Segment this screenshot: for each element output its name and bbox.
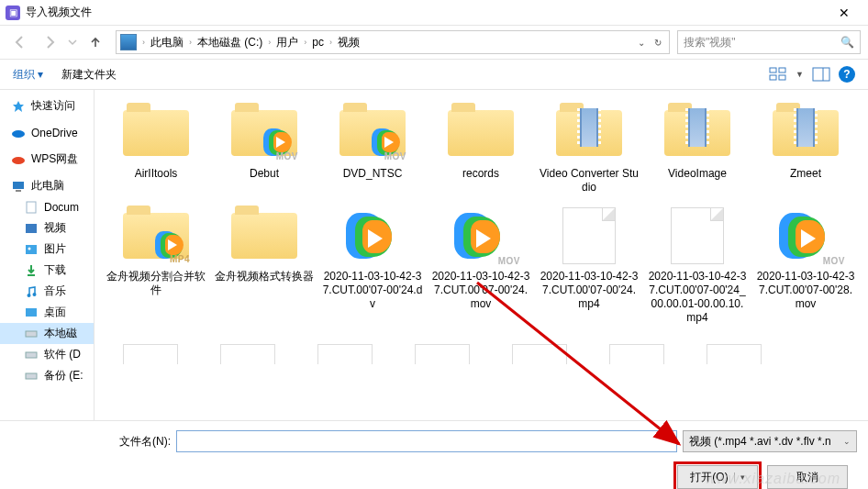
forward-button[interactable] xyxy=(37,29,62,55)
close-button[interactable]: ✕ xyxy=(826,0,862,26)
search-placeholder: 搜索"视频" xyxy=(684,35,736,50)
sidebar-item-downloads[interactable]: 下载 xyxy=(0,260,94,281)
folder-item[interactable]: MOV Debut xyxy=(212,99,317,200)
sidebar-label: 快速访问 xyxy=(31,98,75,114)
file-item-partial[interactable] xyxy=(395,332,489,382)
desktop-icon xyxy=(24,306,39,320)
file-item-partial[interactable] xyxy=(201,332,295,382)
filename-input[interactable] xyxy=(176,430,677,452)
file-item-partial[interactable] xyxy=(590,332,684,382)
pc-icon xyxy=(120,34,137,50)
sidebar-label: 下载 xyxy=(44,262,66,278)
item-label: AirIItools xyxy=(135,167,178,181)
svg-rect-2 xyxy=(770,75,776,80)
recent-dropdown[interactable] xyxy=(66,29,79,55)
folder-item[interactable]: VideoImage xyxy=(645,99,750,200)
svg-point-17 xyxy=(33,293,37,296)
crumb-users[interactable]: 用户 xyxy=(273,33,302,52)
file-grid[interactable]: AirIItools MOV Debut MOV DVD_NTSC record… xyxy=(95,90,868,420)
sidebar-item-soft-d[interactable]: 软件 (D xyxy=(0,344,94,365)
search-input[interactable]: 搜索"视频" 🔍 xyxy=(677,30,861,54)
organize-menu[interactable]: 组织 ▾ xyxy=(13,67,43,83)
view-tiles-icon[interactable] xyxy=(768,65,788,83)
svg-rect-20 xyxy=(26,352,37,358)
sidebar-label: 此电脑 xyxy=(31,178,64,194)
folder-item[interactable]: MOV DVD_NTSC xyxy=(320,99,425,200)
sidebar-item-thispc[interactable]: 此电脑 xyxy=(0,175,94,196)
item-label: 2020-11-03-10-42-37.CUT.00'07-00'24_00.0… xyxy=(647,270,748,325)
sidebar-label: WPS网盘 xyxy=(31,151,78,167)
drive-icon xyxy=(24,348,39,362)
folder-item[interactable]: 金舟视频格式转换器 xyxy=(212,202,317,330)
sidebar-label: 桌面 xyxy=(44,305,66,320)
svg-rect-21 xyxy=(26,373,37,379)
file-item-partial[interactable] xyxy=(104,332,197,382)
doc-icon xyxy=(24,200,39,215)
svg-rect-0 xyxy=(770,68,776,72)
item-label: Zmeet xyxy=(790,167,821,181)
folder-item[interactable]: Zmeet xyxy=(753,99,858,200)
sidebar-item-desktop[interactable]: 桌面 xyxy=(0,302,94,323)
crumb-videos[interactable]: 视频 xyxy=(334,33,363,52)
chevron-down-icon: ⌄ xyxy=(843,437,851,446)
up-button[interactable] xyxy=(83,29,108,55)
preview-pane-icon[interactable] xyxy=(811,65,831,83)
music-icon xyxy=(24,284,39,299)
folder-item[interactable]: records xyxy=(428,99,533,200)
back-button[interactable] xyxy=(7,29,33,55)
sidebar-label: OneDrive xyxy=(31,127,78,139)
item-label: records xyxy=(462,167,499,181)
folder-item[interactable]: Video Converter Studio xyxy=(537,99,641,200)
mov-badge: MOV xyxy=(823,256,845,266)
svg-point-14 xyxy=(28,247,31,250)
file-item[interactable]: MOV 2020-11-03-10-42-37.CUT.00'07-00'24.… xyxy=(428,202,533,330)
svg-rect-13 xyxy=(26,245,37,254)
folder-item[interactable]: AirIItools xyxy=(104,99,208,200)
sidebar-item-backup-e[interactable]: 备份 (E: xyxy=(0,365,94,386)
item-label: 2020-11-03-10-42-37.CUT.00'07-00'24.dv xyxy=(322,270,423,311)
pc-icon xyxy=(11,179,26,194)
sidebar-item-videos[interactable]: 视频 xyxy=(0,217,94,239)
search-icon: 🔍 xyxy=(840,36,854,49)
file-item[interactable]: MOV 2020-11-03-10-42-37.CUT.00'07-00'28.… xyxy=(753,202,858,330)
chevron-right-icon: › xyxy=(187,38,194,47)
sidebar-item-documents[interactable]: Docum xyxy=(0,196,94,217)
sidebar-label: 本地磁 xyxy=(44,326,77,341)
sidebar-label: 音乐 xyxy=(44,283,66,299)
file-item[interactable]: 2020-11-03-10-42-37.CUT.00'07-00'24.dv xyxy=(320,202,425,330)
mov-badge: MOV xyxy=(498,256,520,266)
sidebar-item-localdisk[interactable]: 本地磁 xyxy=(0,323,94,344)
file-item[interactable]: 2020-11-03-10-42-37.CUT.00'07-00'24_00.0… xyxy=(645,202,750,330)
window-title: 导入视频文件 xyxy=(26,5,826,20)
file-item[interactable]: 2020-11-03-10-42-37.CUT.00'07-00'24.mp4 xyxy=(537,202,641,330)
sidebar-item-onedrive[interactable]: OneDrive xyxy=(0,122,94,143)
address-dropdown-icon[interactable]: ⌄ xyxy=(634,36,649,50)
sidebar-item-pictures[interactable]: 图片 xyxy=(0,239,94,260)
svg-point-16 xyxy=(28,294,31,297)
help-icon[interactable]: ? xyxy=(839,66,855,83)
sidebar-label: 备份 (E: xyxy=(44,368,83,383)
address-bar[interactable]: › 此电脑 › 本地磁盘 (C:) › 用户 › pc › 视频 ⌄ ↻ xyxy=(116,30,670,54)
view-dropdown-icon[interactable]: ▼ xyxy=(796,70,804,79)
file-item-partial[interactable] xyxy=(493,332,586,382)
titlebar: ▣ 导入视频文件 ✕ xyxy=(0,0,868,26)
crumb-c[interactable]: 本地磁盘 (C:) xyxy=(194,33,266,52)
filetype-filter[interactable]: 视频 (*.mp4 *.avi *.dv *.flv *.n ⌄ xyxy=(683,430,857,452)
filename-label: 文件名(N): xyxy=(119,434,171,450)
folder-item[interactable]: MP4 金舟视频分割合并软件 xyxy=(104,202,208,330)
refresh-icon[interactable]: ↻ xyxy=(651,36,665,50)
item-label: DVD_NTSC xyxy=(343,167,403,181)
sidebar-item-quickaccess[interactable]: 快速访问 xyxy=(0,95,94,117)
sidebar: 快速访问 OneDrive WPS网盘 此电脑 Docum 视频 图片 xyxy=(0,90,95,420)
drive-icon xyxy=(24,369,39,383)
sidebar-item-wps[interactable]: WPS网盘 xyxy=(0,149,94,170)
svg-rect-4 xyxy=(813,68,829,81)
file-item-partial[interactable] xyxy=(687,332,781,382)
crumb-pc[interactable]: pc xyxy=(308,34,328,50)
file-item-partial[interactable] xyxy=(298,332,392,382)
item-label: 2020-11-03-10-42-37.CUT.00'07-00'24.mp4 xyxy=(539,270,640,311)
svg-rect-12 xyxy=(26,224,37,233)
crumb-thispc[interactable]: 此电脑 xyxy=(147,33,187,52)
sidebar-item-music[interactable]: 音乐 xyxy=(0,281,94,302)
newfolder-button[interactable]: 新建文件夹 xyxy=(61,67,117,83)
